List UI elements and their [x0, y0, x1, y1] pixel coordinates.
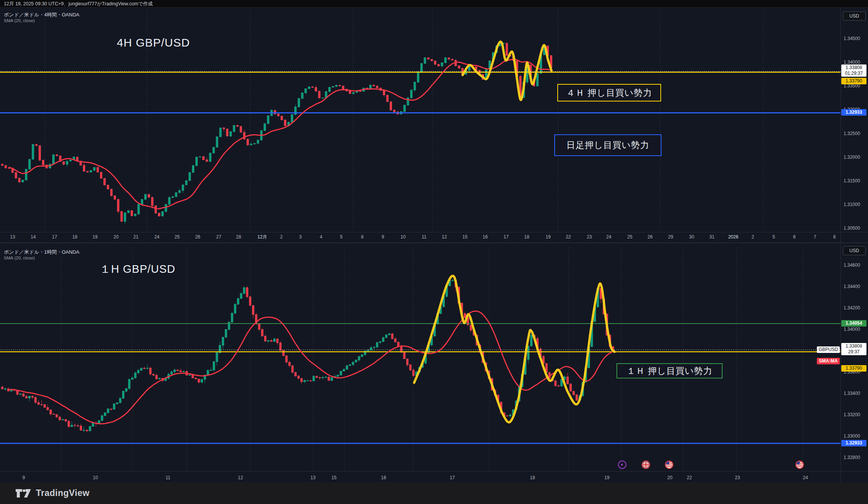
candle: [366, 88, 368, 89]
tradingview-logo-icon[interactable]: [15, 488, 31, 499]
candle: [349, 365, 351, 366]
candle: [137, 370, 139, 373]
candle: [228, 322, 230, 329]
candle: [369, 85, 371, 88]
candle: [225, 329, 227, 337]
candle: [282, 350, 284, 356]
candle: [202, 156, 204, 159]
price-tick-label: 1.34400: [844, 284, 860, 289]
candle: [100, 172, 102, 178]
candle: [141, 199, 143, 204]
candle: [26, 396, 27, 398]
candle: [328, 377, 330, 380]
candle: [295, 372, 297, 376]
candle: [207, 370, 209, 375]
candle: [213, 362, 215, 370]
candle: [89, 427, 91, 431]
candle: [179, 190, 181, 193]
candle: [209, 153, 211, 161]
candle: [343, 369, 345, 371]
candle: [195, 378, 197, 379]
candle: [47, 407, 48, 410]
axis-badge-1-34054: 1.34054: [841, 320, 866, 327]
candle: [213, 147, 215, 153]
date-tick-label: 7: [814, 234, 816, 240]
candle: [15, 172, 17, 178]
us-flag-icon[interactable]: [795, 461, 804, 469]
date-tick-label: 4: [320, 234, 323, 240]
candle: [168, 197, 170, 204]
candle: [87, 171, 89, 172]
candle: [66, 161, 68, 164]
candle: [177, 370, 179, 371]
candle: [382, 338, 384, 341]
candle: [358, 357, 360, 360]
candle: [284, 120, 286, 126]
candle: [311, 87, 313, 87]
price-tick-label: 1.32500: [844, 131, 860, 136]
date-tick-label: 5: [773, 234, 775, 240]
candle: [233, 125, 235, 132]
candle: [403, 105, 405, 111]
date-tick-label: 24: [154, 234, 160, 240]
price-tick-label: 1.34600: [844, 262, 860, 268]
candle: [352, 362, 354, 365]
candle: [279, 343, 281, 351]
candle: [270, 341, 272, 342]
sma-line: [9, 59, 551, 209]
date-tick-label: 5: [340, 234, 343, 240]
candle: [196, 157, 198, 166]
candle: [410, 365, 411, 370]
date-tick-label: 2: [752, 234, 754, 240]
axis-badge-1-32933: 1.32933: [841, 440, 866, 446]
candle: [35, 144, 37, 145]
candle: [301, 378, 303, 382]
candle: [329, 87, 331, 92]
price-tick-label: 1.34000: [844, 327, 860, 332]
price-tick-label: 1.33400: [844, 391, 860, 396]
candle: [397, 342, 399, 346]
date-tick-label: 20: [113, 234, 119, 240]
candle: [506, 43, 508, 55]
candle: [537, 73, 539, 86]
candle: [376, 343, 378, 347]
candle: [65, 419, 67, 421]
candle: [234, 304, 236, 313]
chart-plot-h4[interactable]: 1.345001.340001.335001.330001.325001.320…: [0, 8, 868, 243]
date-tick-label: 11: [422, 234, 427, 240]
candle: [101, 415, 103, 420]
candle: [444, 58, 446, 63]
candle: [40, 404, 42, 405]
annotation-box[interactable]: １Ｈ 押し目買い勢力: [616, 363, 723, 378]
candle: [336, 85, 337, 87]
candle: [2, 164, 3, 165]
date-tick-label: 10: [400, 234, 406, 240]
date-tick-label: 24: [803, 475, 808, 480]
candle: [110, 189, 112, 196]
candle: [352, 92, 354, 93]
annotation-box[interactable]: 日足押し目買い勢力: [554, 134, 661, 156]
candle: [107, 409, 109, 413]
candle: [222, 337, 224, 345]
candle: [230, 132, 232, 136]
candle: [278, 114, 279, 116]
candle: [153, 374, 155, 375]
axis-badge-sma-ma: SMA:MA: [817, 358, 840, 364]
candle: [308, 87, 310, 89]
date-tick-label: 19: [604, 475, 610, 480]
chart-plot-h1[interactable]: 1.346001.344001.342001.340001.338001.336…: [0, 243, 868, 482]
lightning-icon[interactable]: [618, 461, 626, 469]
annotation-box[interactable]: ４Ｈ 押し目買い勢力: [557, 84, 661, 101]
candle: [387, 95, 389, 102]
candle: [23, 394, 24, 396]
us-flag-icon[interactable]: [665, 461, 673, 469]
date-tick-label: 24: [606, 234, 611, 240]
tradingview-snapshot: 12月 19, 2025 09:30 UTC+9、junglesurf777がT…: [0, 0, 868, 504]
candle: [56, 155, 58, 156]
date-tick-label: 13: [310, 475, 316, 480]
candle: [250, 144, 252, 145]
uk-flag-icon[interactable]: [642, 461, 650, 469]
date-tick-label: 16: [482, 234, 488, 240]
footer-brand[interactable]: TradingView: [36, 488, 90, 498]
date-tick-label: 9: [23, 475, 25, 480]
